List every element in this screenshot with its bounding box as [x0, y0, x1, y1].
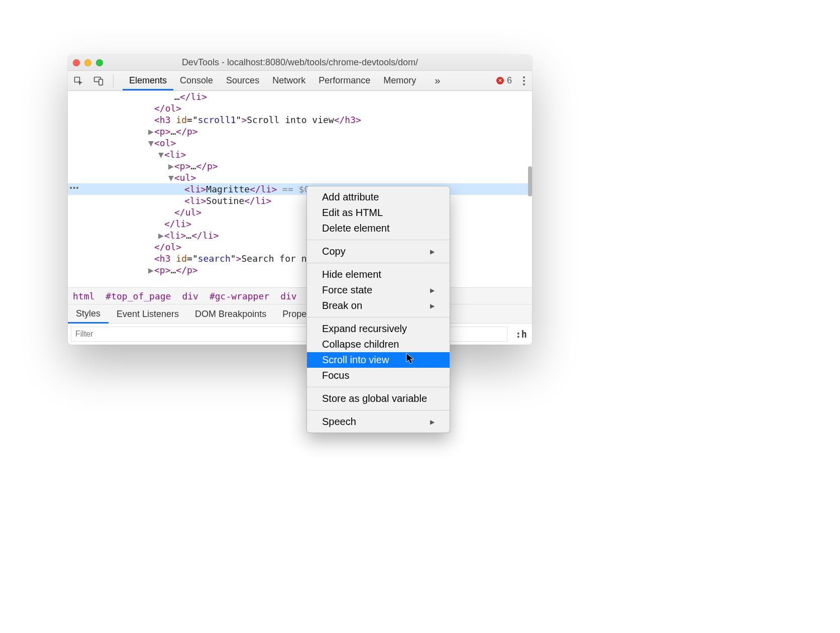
- context-menu-item-speech[interactable]: Speech: [307, 414, 450, 430]
- inspect-element-icon[interactable]: [73, 75, 84, 86]
- dom-node[interactable]: </ol>: [68, 241, 532, 253]
- main-toolbar: ElementsConsoleSourcesNetworkPerformance…: [68, 71, 532, 91]
- dom-node[interactable]: ▼<ul>: [68, 172, 532, 183]
- dom-node[interactable]: <li>Soutine</li>: [68, 195, 532, 206]
- panel-tab-elements[interactable]: Elements: [123, 71, 173, 90]
- breadcrumb-item[interactable]: div: [182, 291, 198, 301]
- context-menu-label: Copy: [322, 246, 346, 257]
- context-menu-item-delete-element[interactable]: Delete element: [307, 221, 450, 236]
- context-menu-item-scroll-into-view[interactable]: Scroll into view: [307, 352, 450, 368]
- panel-tab-console[interactable]: Console: [173, 71, 220, 90]
- context-menu-separator: [307, 240, 450, 240]
- context-menu-label: Force state: [322, 284, 372, 296]
- context-menu-item-hide-element[interactable]: Hide element: [307, 267, 450, 282]
- dom-node-selected[interactable]: <li>Magritte</li> == $0: [68, 183, 532, 195]
- context-menu-item-add-attribute[interactable]: Add attribute: [307, 189, 450, 205]
- context-menu-label: Focus: [322, 370, 349, 381]
- context-menu-label: Speech: [322, 416, 356, 428]
- error-count: 6: [507, 75, 512, 86]
- breadcrumb-item[interactable]: #gc-wrapper: [209, 291, 269, 301]
- dom-node[interactable]: </ol>: [68, 102, 532, 114]
- context-menu-label: Collapse children: [322, 339, 399, 350]
- traffic-lights: [73, 59, 103, 66]
- hov-toggle[interactable]: :h: [510, 329, 532, 340]
- dom-breadcrumb[interactable]: html#top_of_pagediv#gc-wrapperdivarticle: [68, 287, 532, 304]
- context-menu-separator: [307, 387, 450, 387]
- toolbar-separator: [113, 74, 114, 87]
- context-menu-item-break-on[interactable]: Break on: [307, 298, 450, 313]
- panel-tab-performance[interactable]: Performance: [312, 71, 377, 90]
- styles-panel-tabs: StylesEvent ListenersDOM BreakpointsProp…: [68, 304, 532, 324]
- panel-tabs: ElementsConsoleSourcesNetworkPerformance…: [123, 71, 423, 90]
- context-menu-separator: [307, 317, 450, 318]
- devtools-window: DevTools - localhost:8080/web/tools/chro…: [68, 55, 532, 345]
- bottom-tab-styles[interactable]: Styles: [68, 304, 109, 324]
- context-menu-item-copy[interactable]: Copy: [307, 244, 450, 259]
- context-menu[interactable]: Add attributeEdit as HTMLDelete elementC…: [306, 186, 450, 433]
- context-menu-label: Add attribute: [322, 191, 379, 203]
- dom-node[interactable]: </li>: [68, 218, 532, 230]
- styles-filter-row: :h: [68, 324, 532, 345]
- fullscreen-window-button[interactable]: [96, 59, 103, 66]
- bottom-tab-dom-breakpoints[interactable]: DOM Breakpoints: [187, 305, 274, 323]
- dom-node[interactable]: </ul>: [68, 206, 532, 218]
- close-window-button[interactable]: [73, 59, 80, 66]
- context-menu-label: Expand recursively: [322, 323, 407, 335]
- context-menu-label: Break on: [322, 300, 362, 311]
- scrollbar-thumb[interactable]: [528, 166, 532, 196]
- breadcrumb-item[interactable]: #top_of_page: [106, 291, 171, 301]
- context-menu-label: Store as global variable: [322, 393, 427, 404]
- dom-node[interactable]: ▶<li>…</li>: [68, 230, 532, 241]
- context-menu-item-collapse-children[interactable]: Collapse children: [307, 337, 450, 352]
- context-menu-item-edit-as-html[interactable]: Edit as HTML: [307, 205, 450, 221]
- panel-tab-memory[interactable]: Memory: [377, 71, 423, 90]
- more-options-menu-icon[interactable]: [521, 76, 527, 85]
- context-menu-separator: [307, 410, 450, 410]
- dom-node[interactable]: …</li>: [68, 91, 532, 102]
- breadcrumb-item[interactable]: div: [280, 291, 297, 301]
- elements-dom-tree[interactable]: …</li></ol><h3 id="scroll1">Scroll into …: [68, 91, 532, 287]
- window-title: DevTools - localhost:8080/web/tools/chro…: [68, 57, 532, 68]
- context-menu-label: Hide element: [322, 269, 381, 280]
- dom-node[interactable]: <h3 id="scroll1">Scroll into view</h3>: [68, 114, 532, 126]
- dom-node[interactable]: ▶<p>…</p>: [68, 264, 532, 276]
- dom-node[interactable]: ▼<li>: [68, 149, 532, 160]
- context-menu-item-expand-recursively[interactable]: Expand recursively: [307, 321, 450, 337]
- panel-tab-sources[interactable]: Sources: [220, 71, 266, 90]
- device-toggle-icon[interactable]: [93, 75, 104, 86]
- svg-rect-2: [99, 79, 103, 85]
- dom-node[interactable]: <h3 id="search">Search for node: [68, 253, 532, 264]
- tabs-overflow-icon[interactable]: »: [432, 75, 443, 86]
- context-menu-item-force-state[interactable]: Force state: [307, 282, 450, 298]
- context-menu-separator: [307, 263, 450, 263]
- error-badge[interactable]: ✕ 6: [496, 75, 512, 86]
- context-menu-label: Delete element: [322, 223, 390, 234]
- titlebar: DevTools - localhost:8080/web/tools/chro…: [68, 55, 532, 71]
- context-menu-label: Scroll into view: [322, 354, 389, 366]
- dom-node[interactable]: ▶<p>…</p>: [68, 126, 532, 137]
- bottom-tab-event-listeners[interactable]: Event Listeners: [109, 305, 187, 323]
- panel-tab-network[interactable]: Network: [266, 71, 312, 90]
- error-icon: ✕: [496, 77, 504, 84]
- context-menu-item-store-as-global-variable[interactable]: Store as global variable: [307, 391, 450, 406]
- dom-node[interactable]: ▼<ol>: [68, 137, 532, 149]
- context-menu-label: Edit as HTML: [322, 207, 383, 219]
- dom-node[interactable]: ▶<p>…</p>: [68, 160, 532, 172]
- breadcrumb-item[interactable]: html: [73, 291, 94, 301]
- minimize-window-button[interactable]: [84, 59, 91, 66]
- context-menu-item-focus[interactable]: Focus: [307, 368, 450, 383]
